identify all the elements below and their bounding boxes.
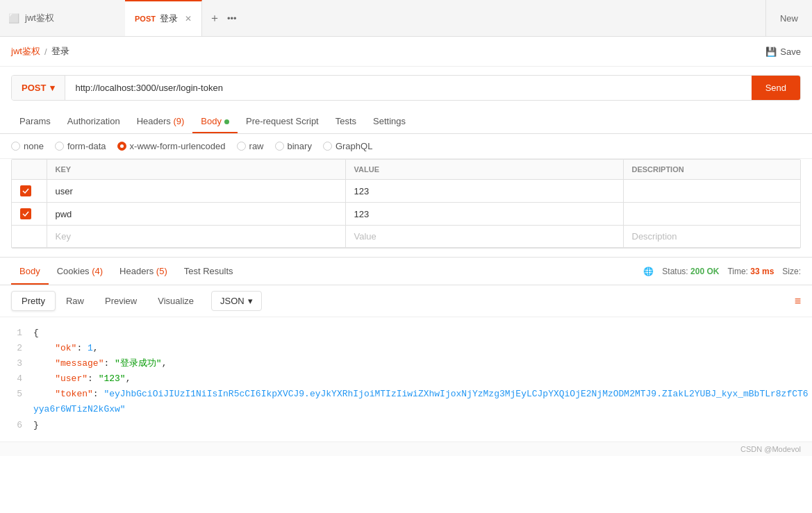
- breadcrumb-parent[interactable]: jwt鉴权: [11, 45, 40, 58]
- row1-value[interactable]: 123: [345, 180, 623, 203]
- body-type-raw[interactable]: raw: [237, 141, 264, 151]
- tab-settings-label: Settings: [373, 116, 406, 126]
- tab-method: POST: [135, 15, 156, 23]
- params-table: KEY VALUE DESCRIPTION user 123: [12, 160, 800, 248]
- line-content-4: "user": "123",: [33, 371, 812, 387]
- tab-authorization[interactable]: Authorization: [59, 109, 129, 133]
- tab-name: 登录: [160, 12, 178, 25]
- breadcrumb: jwt鉴权 / 登录: [11, 45, 69, 58]
- row2-key[interactable]: pwd: [47, 203, 345, 226]
- method-select[interactable]: POST ▾: [12, 76, 65, 100]
- empty-key[interactable]: Key: [47, 226, 345, 248]
- response-body-tabs: Pretty Raw Preview Visualize JSON ▾ ≡: [0, 285, 812, 317]
- row1-checkbox[interactable]: [20, 185, 31, 196]
- radio-formdata-icon: [55, 142, 64, 151]
- more-tabs-button[interactable]: •••: [227, 13, 237, 24]
- method-label: POST: [22, 83, 46, 93]
- url-bar: POST ▾ Send: [11, 75, 801, 101]
- json-format-dropdown[interactable]: JSON ▾: [211, 291, 262, 311]
- rbtn-pretty[interactable]: Pretty: [11, 291, 56, 311]
- body-type-raw-label: raw: [249, 141, 264, 151]
- body-type-urlencoded[interactable]: x-www-form-urlencoded: [117, 141, 226, 151]
- row2-description[interactable]: [623, 203, 800, 226]
- code-line-6: 6 }: [0, 418, 812, 433]
- tab-headers[interactable]: Headers (9): [129, 109, 193, 133]
- url-input[interactable]: [65, 76, 751, 100]
- col-check-header: [12, 160, 47, 180]
- new-button[interactable]: New: [765, 0, 812, 36]
- tab-prerequest[interactable]: Pre-request Script: [238, 109, 327, 133]
- tab-body[interactable]: Body: [192, 109, 238, 133]
- footer-watermark: CSDN @Modevol: [740, 445, 801, 453]
- request-tabs: Params Authorization Headers (9) Body Pr…: [0, 109, 812, 134]
- body-type-binary[interactable]: binary: [275, 141, 312, 151]
- checkmark-icon: [22, 210, 29, 217]
- row1-key[interactable]: user: [47, 180, 345, 203]
- tab-settings[interactable]: Settings: [365, 109, 414, 133]
- tab-params-label: Params: [19, 116, 51, 126]
- line-content-2: "ok": 1,: [33, 341, 812, 356]
- radio-graphql-icon: [323, 142, 332, 151]
- body-type-graphql[interactable]: GraphQL: [323, 141, 372, 151]
- row1-description[interactable]: [623, 180, 800, 203]
- table-row: user 123: [12, 180, 800, 203]
- add-tab-button[interactable]: ＋: [209, 11, 220, 26]
- row2-value[interactable]: 123: [345, 203, 623, 226]
- code-line-1: 1 {: [0, 326, 812, 341]
- method-chevron-icon: ▾: [50, 83, 55, 93]
- wrap-button[interactable]: ≡: [795, 295, 801, 308]
- code-line-4: 4 "user": "123",: [0, 371, 812, 387]
- code-line-5: 5 "token": "eyJhbGciOiJIUzI1NiIsInR5cCI6…: [0, 387, 812, 417]
- line-content-6: }: [33, 418, 812, 433]
- response-tabs-bar: Body Cookies (4) Headers (5) Test Result…: [0, 258, 812, 285]
- line-num-3: 3: [0, 356, 33, 371]
- globe-icon: 🌐: [643, 267, 654, 276]
- table-row: pwd 123: [12, 203, 800, 226]
- tab-prerequest-label: Pre-request Script: [246, 116, 319, 126]
- rtab-cookies[interactable]: Cookies (4): [49, 258, 111, 285]
- radio-raw-icon: [237, 142, 246, 151]
- rbtn-preview[interactable]: Preview: [94, 291, 147, 311]
- rtab-headers[interactable]: Headers (5): [111, 258, 176, 285]
- response-status: 🌐 Status: 200 OK Time: 33 ms Size:: [643, 267, 801, 276]
- body-type-bar: none form-data x-www-form-urlencoded raw…: [0, 134, 812, 159]
- send-button[interactable]: Send: [752, 76, 800, 100]
- response-section: Body Cookies (4) Headers (5) Test Result…: [0, 257, 812, 441]
- tab-headers-label: Headers (9): [137, 116, 185, 126]
- body-type-none[interactable]: none: [11, 141, 44, 151]
- breadcrumb-current: 登录: [51, 45, 69, 58]
- active-tab[interactable]: POST 登录 ✕: [125, 0, 202, 36]
- line-content-1: {: [33, 326, 812, 341]
- empty-value[interactable]: Value: [345, 226, 623, 248]
- line-content-3: "message": "登录成功",: [33, 356, 812, 371]
- app-tab-label: jwt鉴权: [25, 12, 54, 24]
- radio-binary-icon: [275, 142, 284, 151]
- json-format-chevron-icon: ▾: [248, 296, 253, 306]
- close-tab-button[interactable]: ✕: [185, 14, 192, 24]
- tab-tests[interactable]: Tests: [327, 109, 365, 133]
- json-format-label: JSON: [220, 296, 245, 306]
- empty-description[interactable]: Description: [623, 226, 800, 248]
- radio-urlencoded-icon: [117, 142, 126, 151]
- body-type-binary-label: binary: [288, 141, 312, 151]
- time-label: Time: 33 ms: [727, 267, 774, 276]
- row2-checkbox[interactable]: [20, 208, 31, 219]
- save-icon: 💾: [765, 47, 777, 57]
- breadcrumb-bar: jwt鉴权 / 登录 💾 Save: [0, 37, 812, 67]
- rtab-body[interactable]: Body: [11, 258, 49, 285]
- line-num-5: 5: [0, 387, 33, 417]
- code-area: 1 { 2 "ok": 1, 3 "message": "登录成功", 4 "u…: [0, 317, 812, 441]
- body-type-none-label: none: [24, 141, 44, 151]
- tab-params[interactable]: Params: [11, 109, 59, 133]
- rtab-testresults[interactable]: Test Results: [176, 258, 242, 285]
- radio-none-icon: [11, 142, 20, 151]
- body-type-graphql-label: GraphQL: [335, 141, 372, 151]
- rbtn-raw[interactable]: Raw: [56, 291, 94, 311]
- rbtn-visualize[interactable]: Visualize: [147, 291, 204, 311]
- status-label: Status: 200 OK: [662, 267, 719, 276]
- app-tab[interactable]: ⬜ jwt鉴权: [0, 0, 125, 36]
- save-button[interactable]: 💾 Save: [765, 47, 801, 57]
- body-type-formdata[interactable]: form-data: [55, 141, 106, 151]
- size-label: Size:: [782, 267, 801, 276]
- tab-bar: ⬜ jwt鉴权 POST 登录 ✕ ＋ ••• New: [0, 0, 812, 37]
